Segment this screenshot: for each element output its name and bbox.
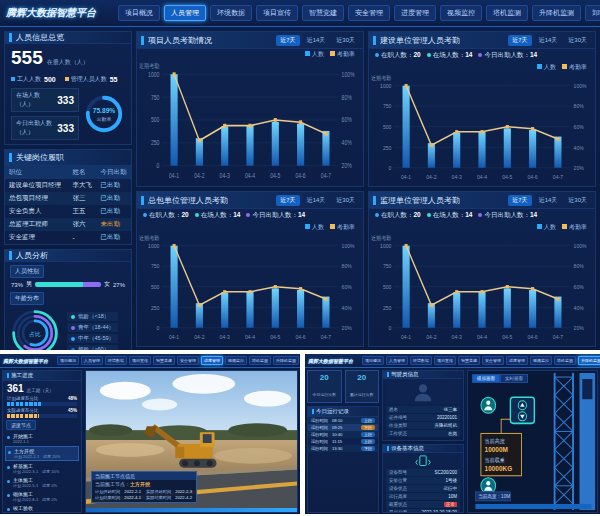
nav-item-1[interactable]: 人员管理 [386,356,408,365]
chart-title: 项目人员考勤情况 [148,35,276,46]
attendance-chart-svg: 近期考勤10007505002500100%80%60%40%20%04-104… [137,232,363,346]
nav-item-4[interactable]: 智慧党建 [458,356,480,365]
nav-item-0[interactable]: 项目概况 [118,5,160,21]
current-node-overlay: 当前施工节点信息 当前施工节点：土方开挖 计划开始时间 2022-2-1实际开始… [91,471,197,503]
video-progress-bar[interactable] [86,508,297,512]
today-statbox: 今日出勤人数（人） 333 [11,116,79,140]
nav-item-6[interactable]: 进度管理 [394,5,436,21]
accent-bar [9,251,12,260]
nav-item-8[interactable]: 塔机监测 [486,5,528,21]
manager-value: 55 [110,76,118,83]
chart-range-tab[interactable]: 近14天 [303,195,330,206]
timeline-node[interactable]: 桩基施工 计划 2022-3-1 进度 10% [5,462,79,475]
attendance-chart-card: 监理单位管理人员考勤 近7天近14天近30天在职人数：20在场人数：14今日出勤… [368,191,596,347]
timeline-node[interactable]: 开始施工 2022-1-1 [5,432,79,445]
nav-item-2[interactable]: 环境数据 [410,356,432,365]
svg-text:60%: 60% [574,284,584,290]
svg-text:500: 500 [151,284,159,290]
chart-range-tab[interactable]: 近30天 [564,195,591,206]
nav-item-1[interactable]: 人员管理 [81,356,103,365]
timeline-node[interactable]: 主体施工 计划 2022-5-1 进度 0% [5,476,79,489]
nav-item-4[interactable]: 智慧党建 [302,5,344,21]
nav-item-3[interactable]: 项目宣传 [256,5,298,21]
run-record-row[interactable]: 运行时间 13:30 下行 [308,445,378,452]
svg-text:0: 0 [157,163,160,170]
status-badge: 正常 [444,502,457,507]
svg-text:04-1: 04-1 [401,174,411,180]
nodes-section-chip: 进度节点 [6,420,36,430]
nav-item-7[interactable]: 视频监控 [225,356,247,365]
nav-item-0[interactable]: 项目概况 [57,356,79,365]
actual-progress-track [7,414,77,418]
diagram-mode-tab[interactable]: 模拟画面 [472,374,500,383]
svg-text:80%: 80% [342,263,352,269]
chart-range-tab[interactable]: 近7天 [508,195,531,206]
chart-plot: 近期考勤10007505002500100%80%60%40%20%04-104… [137,232,363,346]
timeline-node[interactable]: 竣工验收 2022-12-1 [5,504,79,512]
chart-plot: 近期考勤10007505002500100%80%60%40%20%04-104… [369,232,595,346]
nav-item-9[interactable]: 升降机监测 [578,356,600,365]
nav-item-6[interactable]: 进度管理 [506,356,528,365]
manager-dot-icon [65,77,69,81]
legend-swatch-icon [537,64,542,69]
chart-range-tab[interactable]: 近7天 [508,35,531,46]
chart-range-tab[interactable]: 近14天 [535,195,562,206]
run-record-row[interactable]: 运行时间 09:25 下行 [308,424,378,431]
chart-range-tab[interactable]: 近7天 [276,35,299,46]
nav-item-1[interactable]: 人员管理 [164,5,206,21]
progress-sidebar: 施工进度 361 总工期（天） 计划进度百分比48% 实际进度百分比45% 进度… [2,370,82,513]
svg-text:750: 750 [151,94,159,101]
overview-title: 人员信息总览 [16,32,127,43]
chart-range-tab[interactable]: 近30天 [564,35,591,46]
chart-legend: 人数考勤率 [369,222,595,232]
nav-item-3[interactable]: 项目宣传 [129,356,151,365]
chart-range-tab[interactable]: 近30天 [332,35,359,46]
nav-item-3[interactable]: 项目宣传 [434,356,456,365]
svg-text:04-1: 04-1 [401,334,411,340]
run-record-row[interactable]: 运行时间 11:15 上行 [308,438,378,445]
svg-text:0: 0 [157,325,160,331]
nav-item-9[interactable]: 升降机监测 [273,356,299,365]
timeline-node[interactable]: 土方开挖 计划 2022-2-1 进度 20% [5,446,79,461]
stat-dot-icon [427,53,431,57]
chart-range-tab[interactable]: 近14天 [535,35,562,46]
nav-item-5[interactable]: 安全管理 [348,5,390,21]
site-camera-view[interactable]: 当前施工节点信息 当前施工节点：土方开挖 计划开始时间 2022-2-1实际开始… [85,370,298,513]
nav-item-7[interactable]: 视频监控 [530,356,552,365]
svg-text:20%: 20% [574,325,584,331]
donut-center-label: 占比 [29,331,41,338]
chart-range-tab[interactable]: 近30天 [332,195,359,206]
timeline-node[interactable]: 砌体施工 计划 2022-8-1 进度 0% [5,490,79,503]
nav-item-8[interactable]: 塔机监测 [554,356,576,365]
onsite-value: 333 [57,95,74,106]
nav-item-10[interactable]: 卸料平台 [585,5,600,21]
nav-item-8[interactable]: 塔机监测 [249,356,271,365]
accent-bar [9,153,12,162]
run-record-row[interactable]: 运行时间 10:40 上行 [308,431,378,438]
worker-value: 500 [44,76,56,83]
nav-item-5[interactable]: 安全管理 [177,356,199,365]
nav-item-2[interactable]: 环境数据 [105,356,127,365]
nav-item-2[interactable]: 环境数据 [210,5,252,21]
age-legend: 低龄（<18）青年（18-44）中年（45-59）超龄（≥60） [67,312,118,350]
nav-item-5[interactable]: 安全管理 [482,356,504,365]
nav-item-0[interactable]: 项目概况 [362,356,384,365]
nav-item-6[interactable]: 进度管理 [201,356,223,365]
svg-text:100%: 100% [342,243,355,249]
female-percent: 27% [113,282,125,288]
nav-item-4[interactable]: 智慧党建 [153,356,175,365]
chart-range-tab[interactable]: 近7天 [276,195,299,206]
overlay-title: 当前施工节点信息 [92,472,196,480]
svg-text:04-3: 04-3 [220,334,230,340]
onsite-statbox: 在场人数（人） 333 [11,88,79,112]
chart-range-tab[interactable]: 近14天 [303,35,330,46]
chart-title: 总包单位管理人员考勤 [148,195,276,206]
nav-item-9[interactable]: 升降机监测 [532,5,581,21]
svg-text:500: 500 [151,117,159,124]
accent-bar [9,33,12,42]
diagram-mode-tab[interactable]: 实时画面 [500,374,528,383]
svg-text:20%: 20% [342,325,352,331]
nav-item-7[interactable]: 视频监控 [440,5,482,21]
run-record-row[interactable]: 运行时间 08:10 上行 [308,417,378,424]
diagram-weight-label: 当前载重 [485,456,506,462]
